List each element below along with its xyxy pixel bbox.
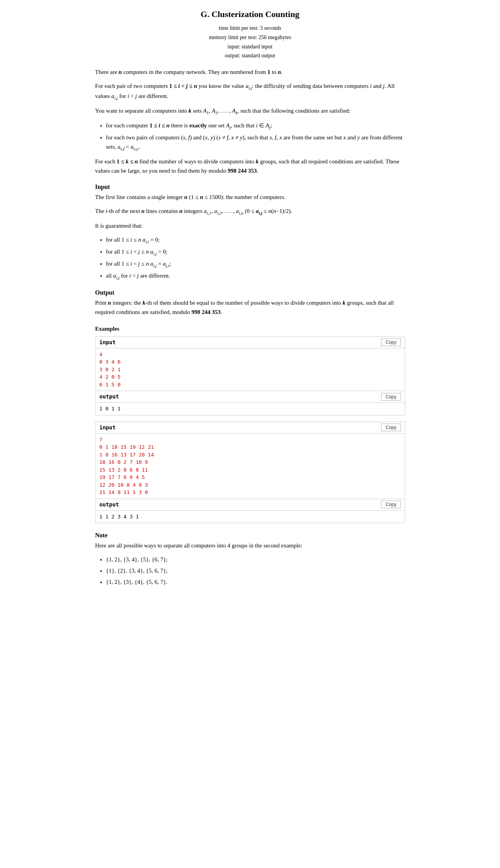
example-1: input Copy 4 0 3 4 6 3 0 2 1 4 2 0 5 6 1…	[95, 336, 405, 415]
example-2-input-header: input Copy	[96, 422, 405, 434]
example-2-input-content: 7 0 1 18 15 19 12 21 1 0 16 13 17 20 14 …	[96, 434, 405, 499]
example-2-output-label: output	[100, 501, 119, 509]
example-2-input-copy-button[interactable]: Copy	[381, 424, 400, 431]
input-section-title: Input	[95, 182, 405, 192]
example-1-input-content: 4 0 3 4 6 3 0 2 1 4 2 0 5 6 1 5 0	[96, 348, 405, 391]
example-2-output-copy-button[interactable]: Copy	[381, 501, 400, 508]
guarantee-1: for all 1 ≤ i ≤ n ai,i = 0;	[106, 235, 405, 245]
example-2-output-block: output Copy 1 1 2 3 4 3 1	[95, 499, 405, 523]
note-content: Here are all possible ways to separate a…	[95, 541, 405, 550]
input-desc-2: The i-th of the next n lines contains n …	[95, 206, 405, 216]
conditions-list: for each computer 1 ≤ i ≤ n there is exa…	[106, 121, 405, 152]
separate-paragraph: You want to separate all computers into …	[95, 106, 405, 116]
time-limit: time limit per test: 3 seconds	[95, 24, 405, 33]
input-type: input: standard input	[95, 42, 405, 51]
page-title: G. Clusterization Counting	[95, 8, 405, 21]
example-1-output-content: 1 0 1 1	[96, 403, 405, 415]
example-1-input-block: input Copy 4 0 3 4 6 3 0 2 1 4 2 0 5 6 1…	[95, 336, 405, 391]
note-section: Note Here are all possible ways to separ…	[95, 531, 405, 587]
guarantee-2: for all 1 ≤ i < j ≤ n ai,j > 0;	[106, 247, 405, 257]
note-item-1: {1, 2}, {3, 4}, {5}, {6, 7};	[106, 555, 405, 564]
guarantee-4: all ai,j for i < j are different.	[106, 271, 405, 281]
note-item-3: {1, 2}, {3}, {4}, {5, 6, 7}.	[106, 577, 405, 587]
output-section-title: Output	[95, 288, 405, 297]
example-2-input-block: input Copy 7 0 1 18 15 19 12 21 1 0 16 1…	[95, 422, 405, 499]
examples-title: Examples	[95, 324, 405, 333]
intro-paragraph: There are n computers in the company net…	[95, 67, 405, 77]
note-title: Note	[95, 531, 405, 540]
example-1-input-label: input	[100, 338, 116, 347]
condition-2: for each two pairs of computers (s, f) a…	[106, 133, 405, 152]
example-2: input Copy 7 0 1 18 15 19 12 21 1 0 16 1…	[95, 422, 405, 523]
example-2-output-header: output Copy	[96, 499, 405, 511]
example-1-output-copy-button[interactable]: Copy	[381, 393, 400, 401]
example-1-output-block: output Copy 1 0 1 1	[95, 391, 405, 415]
input-desc-1: The first line contains a single integer…	[95, 192, 405, 202]
note-list: {1, 2}, {3, 4}, {5}, {6, 7}; {1}, {2}, {…	[106, 555, 405, 587]
example-1-output-header: output Copy	[96, 391, 405, 403]
example-1-output-label: output	[100, 393, 119, 401]
condition-1: for each computer 1 ≤ i ≤ n there is exa…	[106, 121, 405, 131]
note-item-2: {1}, {2}, {3, 4}, {5, 6, 7};	[106, 566, 405, 575]
example-1-input-copy-button[interactable]: Copy	[381, 338, 400, 346]
guarantee-list: for all 1 ≤ i ≤ n ai,i = 0; for all 1 ≤ …	[106, 235, 405, 281]
example-2-output-content: 1 1 2 3 4 3 1	[96, 511, 405, 523]
output-type: output: standard output	[95, 51, 405, 60]
example-1-input-header: input Copy	[96, 337, 405, 348]
find-paragraph: For each 1 ≤ k ≤ n find the number of wa…	[95, 157, 405, 175]
example-2-input-label: input	[100, 424, 116, 432]
guaranteed-paragraph: It is guaranteed that:	[95, 221, 405, 230]
guarantee-3: for all 1 ≤ i < j ≤ n ai,j = aj,i;	[106, 259, 405, 269]
output-desc: Print n integers: the k-th of them shoul…	[95, 298, 405, 317]
pair-paragraph: For each pair of two computers 1 ≤ i < j…	[95, 81, 405, 101]
memory-limit: memory limit per test: 256 megabytes	[95, 33, 405, 42]
problem-meta: time limit per test: 3 seconds memory li…	[95, 24, 405, 60]
